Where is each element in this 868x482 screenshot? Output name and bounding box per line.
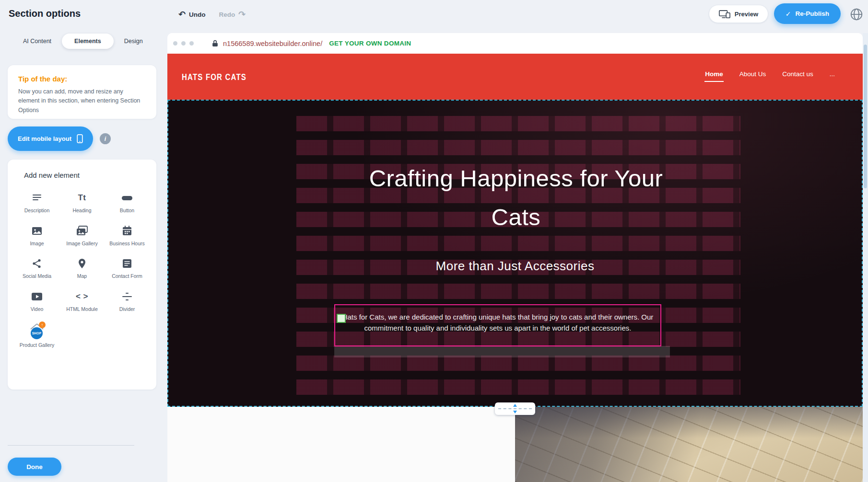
element-product-gallery[interactable]: SHOP ↑ Product Gallery (14, 318, 59, 352)
hero-subtitle[interactable]: More than Just Accessories (168, 259, 862, 274)
element-button[interactable]: Button (105, 186, 150, 217)
element-divider[interactable]: Divider (105, 285, 150, 316)
image-gallery-icon (76, 224, 88, 238)
resize-dashed-line (498, 408, 532, 409)
site-logo[interactable]: HATS FOR CATS (182, 49, 246, 104)
language-globe-button[interactable] (847, 5, 866, 23)
element-map[interactable]: Map (59, 252, 105, 283)
drag-handle[interactable] (337, 314, 346, 323)
phone-icon (77, 134, 83, 143)
preview-label: Preview (735, 11, 758, 18)
product-gallery-icon: SHOP ↑ (28, 322, 46, 340)
scrollbar-thumb[interactable] (864, 45, 867, 188)
map-pin-icon (76, 256, 88, 271)
get-domain-link[interactable]: GET YOUR OWN DOMAIN (329, 40, 411, 47)
nav-more-menu[interactable]: ... (829, 68, 836, 80)
resize-arrow-down-icon (513, 411, 517, 413)
element-description[interactable]: Description (14, 186, 59, 217)
selection-shadow (334, 346, 670, 357)
undo-button[interactable]: ↶ Undo (178, 10, 206, 19)
selected-text-element[interactable]: Hats for Cats, we are dedicated to craft… (334, 304, 661, 346)
element-social-media[interactable]: Social Media (14, 252, 59, 283)
video-icon (31, 289, 43, 304)
pavement-photo-image (515, 407, 863, 482)
tip-body: Now you can add, move and resize any ele… (18, 87, 146, 115)
window-dot (173, 41, 177, 46)
share-icon (31, 256, 43, 271)
lock-icon (212, 40, 218, 47)
info-icon[interactable]: i (100, 133, 111, 144)
tip-title: Tip of the day: (18, 75, 146, 83)
site-preview-window: n1566589.websitebuilder.online/ GET YOUR… (167, 33, 863, 482)
page-title: Section options (9, 8, 81, 19)
tab-elements[interactable]: Elements (62, 34, 114, 49)
site-header: HATS FOR CATS Home About Us Contact us .… (167, 54, 863, 100)
nav-contact-us[interactable]: Contact us (781, 68, 814, 80)
next-section (167, 407, 863, 482)
element-heading[interactable]: Tt Heading (59, 186, 105, 217)
republish-label: Re-Publish (795, 10, 829, 17)
history-controls: ↶ Undo Redo ↷ (178, 7, 246, 22)
preview-button[interactable]: Preview (709, 5, 768, 23)
republish-button[interactable]: ✓ Re-Publish (774, 3, 841, 24)
done-button[interactable]: Done (8, 458, 61, 476)
window-dot (189, 41, 194, 46)
description-icon (31, 191, 43, 205)
redo-icon: ↷ (238, 10, 246, 19)
nav-home[interactable]: Home (704, 68, 724, 80)
button-icon (121, 191, 133, 205)
image-icon (31, 224, 43, 238)
element-image[interactable]: Image (14, 219, 59, 250)
resize-arrow-up-icon (513, 404, 517, 407)
sidebar-divider (8, 445, 134, 446)
element-video[interactable]: Video (14, 285, 59, 316)
element-contact-form[interactable]: Contact Form (105, 252, 150, 283)
element-grid: Description Tt Heading Button Image (14, 186, 150, 351)
window-dot (181, 41, 186, 46)
add-element-title: Add new element (14, 171, 150, 179)
undo-label: Undo (189, 11, 206, 18)
sidebar-tabs: AI Content Elements Design (14, 34, 152, 49)
code-icon: < > (76, 289, 88, 304)
edit-mobile-layout-button[interactable]: Edit mobile layout (8, 126, 93, 151)
nav-about-us[interactable]: About Us (739, 68, 767, 80)
calendar-icon (121, 224, 133, 238)
hero-title[interactable]: Crafting Happiness for Your Cats (367, 159, 665, 237)
redo-button[interactable]: Redo ↷ (219, 10, 246, 19)
site-nav: Home About Us Contact us ... (704, 54, 836, 94)
globe-icon (849, 7, 864, 22)
tip-card: Tip of the day: Now you can add, move an… (8, 65, 156, 119)
add-element-panel: Add new element Description Tt Heading B… (8, 160, 156, 390)
element-business-hours[interactable]: Business Hours (105, 219, 150, 250)
tab-design[interactable]: Design (116, 34, 152, 49)
element-html-module[interactable]: < > HTML Module (59, 285, 105, 316)
check-icon: ✓ (786, 10, 791, 18)
heading-icon: Tt (78, 191, 86, 205)
edit-mobile-label: Edit mobile layout (18, 135, 71, 142)
window-controls (173, 41, 194, 46)
hero-section[interactable]: Crafting Happiness for Your Cats More th… (167, 100, 863, 407)
app: Section options ↶ Undo Redo ↷ Preview ✓ … (0, 0, 868, 482)
shop-badge: SHOP (31, 327, 43, 339)
form-icon (121, 256, 133, 271)
browser-chrome: n1566589.websitebuilder.online/ GET YOUR… (167, 33, 863, 54)
upgrade-badge-icon: ↑ (39, 321, 46, 328)
site-url: n1566589.websitebuilder.online/ (223, 40, 322, 47)
scrollbar[interactable] (863, 33, 868, 482)
devices-icon (719, 10, 730, 18)
undo-icon: ↶ (178, 10, 186, 19)
divider-icon (121, 289, 133, 304)
section-resize-handle[interactable] (495, 402, 535, 415)
element-image-gallery[interactable]: Image Gallery (59, 219, 105, 250)
redo-label: Redo (219, 11, 235, 18)
tab-ai-content[interactable]: AI Content (14, 34, 60, 49)
hero-paragraph: Hats for Cats, we are dedicated to craft… (340, 311, 656, 334)
